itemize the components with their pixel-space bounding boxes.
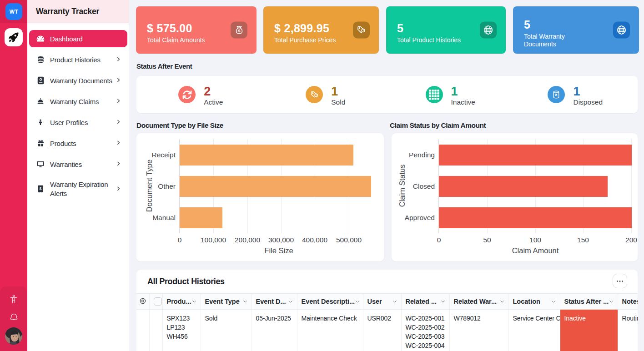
svg-text:$: $ [238, 28, 241, 33]
svg-text:$: $ [40, 187, 42, 191]
